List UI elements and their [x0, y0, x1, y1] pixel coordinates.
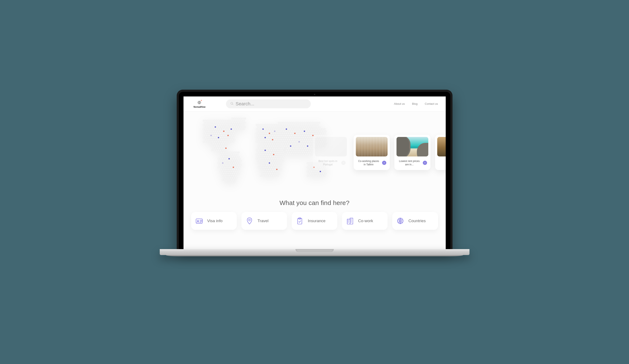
- svg-marker-312: [311, 132, 313, 134]
- svg-marker-429: [233, 139, 235, 141]
- svg-marker-234: [227, 130, 229, 132]
- article-card[interactable]: W: [435, 135, 446, 170]
- svg-marker-132: [229, 126, 231, 128]
- svg-marker-791: [276, 160, 278, 162]
- svg-marker-635: [268, 149, 270, 151]
- svg-marker-57: [293, 122, 295, 124]
- svg-marker-872: [266, 166, 268, 168]
- chevron-right-icon[interactable]: [382, 161, 386, 165]
- svg-marker-169: [318, 126, 320, 128]
- svg-marker-555: [222, 145, 223, 147]
- svg-marker-560: [264, 145, 266, 147]
- svg-marker-663: [238, 151, 239, 153]
- svg-marker-140: [257, 126, 258, 128]
- svg-marker-174: [211, 128, 213, 130]
- svg-marker-537: [299, 143, 301, 145]
- svg-marker-102: [281, 124, 283, 126]
- search-icon: [230, 102, 234, 106]
- svg-marker-626: [220, 149, 221, 151]
- category-travel[interactable]: Travel: [241, 212, 287, 230]
- svg-marker-78: [220, 124, 221, 126]
- categories-row: Visa info Travel: [183, 212, 446, 234]
- svg-marker-761: [262, 158, 264, 160]
- svg-marker-97: [271, 124, 272, 126]
- category-insurance[interactable]: Insurance: [292, 212, 337, 230]
- svg-marker-478: [256, 141, 257, 143]
- svg-marker-452: [303, 139, 305, 141]
- svg-marker-677: [286, 151, 288, 153]
- svg-marker-589: [212, 147, 214, 149]
- svg-marker-415: [204, 139, 205, 141]
- nav-contact[interactable]: Contact us: [425, 102, 438, 105]
- svg-marker-682: [297, 151, 299, 153]
- svg-marker-195: [266, 128, 268, 130]
- category-visa[interactable]: Visa info: [191, 212, 237, 230]
- svg-marker-1007: [230, 179, 232, 181]
- svg-marker-205: [288, 128, 289, 130]
- svg-marker-781: [240, 160, 241, 162]
- category-cowork[interactable]: Co-work: [342, 212, 388, 230]
- svg-marker-542: [310, 143, 312, 145]
- svg-marker-644: [290, 149, 291, 151]
- svg-marker-799: [226, 162, 228, 164]
- svg-marker-338: [265, 134, 267, 136]
- svg-marker-347: [284, 134, 286, 136]
- category-countries[interactable]: Countries: [392, 212, 438, 230]
- svg-marker-790: [274, 160, 275, 162]
- svg-marker-947: [227, 173, 229, 175]
- svg-marker-105: [288, 124, 289, 126]
- article-card[interactable]: Best hot spots in Portugal: [313, 135, 349, 170]
- svg-marker-798: [224, 162, 225, 164]
- svg-marker-664: [257, 151, 258, 153]
- svg-marker-640: [279, 149, 281, 151]
- svg-marker-454: [308, 139, 309, 141]
- svg-marker-685: [303, 151, 305, 153]
- search-input[interactable]: [236, 101, 307, 107]
- article-card[interactable]: Lowest rent prices are in...: [394, 135, 430, 170]
- svg-marker-252: [286, 130, 288, 132]
- svg-marker-295: [275, 132, 276, 134]
- svg-marker-26: [237, 120, 238, 122]
- nav-about[interactable]: About us: [394, 102, 405, 105]
- svg-marker-609: [286, 147, 288, 149]
- svg-marker-187: [239, 128, 240, 130]
- svg-marker-224: [206, 130, 207, 132]
- svg-marker-845: [276, 164, 278, 166]
- svg-marker-924: [234, 170, 236, 173]
- svg-marker-736: [261, 156, 263, 158]
- svg-marker-957: [269, 173, 271, 175]
- svg-marker-624: [215, 149, 217, 151]
- article-card[interactable]: Co-working places in Tallinn: [354, 135, 390, 170]
- svg-marker-789: [272, 160, 273, 162]
- svg-marker-982: [268, 175, 270, 177]
- svg-point-1039: [290, 145, 291, 147]
- svg-point-1023: [233, 167, 234, 168]
- svg-marker-723: [309, 153, 310, 156]
- svg-marker-279: [220, 132, 221, 134]
- svg-marker-690: [220, 153, 221, 156]
- chevron-right-icon[interactable]: [341, 161, 346, 165]
- card-carousel[interactable]: Best hot spots in Portugal Co-working pl…: [313, 135, 446, 170]
- nav-blog[interactable]: Blog: [412, 102, 418, 105]
- svg-marker-758: [256, 158, 257, 160]
- svg-marker-248: [278, 130, 280, 132]
- svg-marker-613: [295, 147, 297, 149]
- svg-marker-715: [292, 153, 293, 156]
- logo[interactable]: NomadHow: [191, 100, 208, 108]
- svg-marker-324: [214, 134, 216, 136]
- svg-marker-116: [311, 124, 313, 126]
- svg-marker-209: [296, 128, 298, 130]
- svg-marker-425: [225, 139, 227, 141]
- svg-marker-148: [274, 126, 275, 128]
- svg-point-1030: [265, 150, 266, 151]
- svg-marker-846: [278, 164, 280, 166]
- svg-marker-302: [290, 132, 291, 134]
- svg-marker-147: [272, 126, 273, 128]
- svg-marker-859: [222, 166, 223, 168]
- svg-marker-815: [277, 162, 279, 164]
- svg-marker-239: [259, 130, 261, 132]
- search-box[interactable]: [226, 100, 311, 108]
- svg-marker-608: [282, 147, 284, 149]
- chevron-right-icon[interactable]: [423, 161, 427, 165]
- svg-marker-16: [215, 120, 217, 122]
